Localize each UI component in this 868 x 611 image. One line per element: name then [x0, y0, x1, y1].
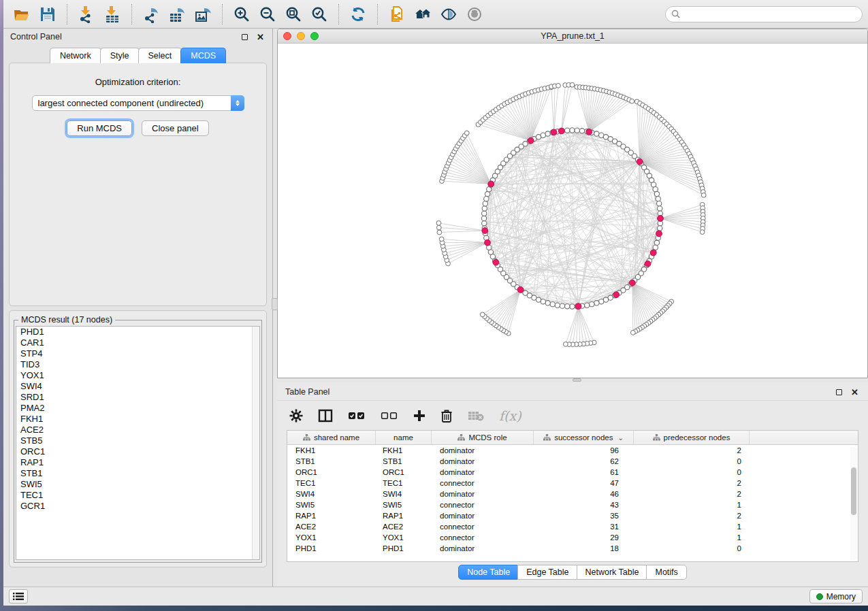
zoom-selected-button[interactable]: [306, 3, 332, 26]
cell-successor_nodes: 35: [534, 510, 634, 521]
table-row[interactable]: ACE2ACE2connector311: [287, 521, 858, 532]
show-details-button[interactable]: [462, 3, 487, 26]
select-all-button[interactable]: [348, 411, 366, 420]
float-panel-button[interactable]: [240, 32, 250, 42]
tab-node-table[interactable]: Node Table: [458, 565, 519, 580]
hide-details-button[interactable]: [436, 3, 462, 26]
optimization-criterion-select[interactable]: largest connected component (undirected): [32, 95, 244, 111]
vertical-splitter-handle[interactable]: [272, 298, 278, 310]
tab-network-table[interactable]: Network Table: [577, 565, 648, 580]
mcds-result-item[interactable]: CAR1: [16, 337, 259, 348]
mcds-result-item[interactable]: ACE2: [16, 425, 259, 435]
column-header-shared_name[interactable]: shared name: [287, 431, 376, 444]
column-header-predecessor_nodes[interactable]: predecessor nodes: [634, 431, 750, 444]
import-table-button[interactable]: [99, 3, 125, 26]
show-all-panels-button[interactable]: [410, 3, 436, 26]
cell-name: SWI4: [376, 489, 432, 499]
mcds-result-item[interactable]: PMA2: [16, 403, 259, 414]
mcds-result-item[interactable]: TEC1: [16, 490, 259, 501]
table-row[interactable]: FKH1FKH1dominator962: [287, 445, 858, 456]
table-scrollbar[interactable]: [850, 447, 857, 560]
delete-table-button: [468, 410, 484, 421]
column-header-mcds_role[interactable]: MCDS role: [432, 431, 534, 444]
list-scrollbar[interactable]: [252, 327, 259, 559]
export-network-button[interactable]: [138, 3, 164, 26]
zoom-fit-button[interactable]: [280, 3, 306, 26]
cell-name: ACE2: [376, 521, 432, 532]
task-history-button[interactable]: [9, 589, 28, 604]
cytoscape-window: Control Panel ✕ Network Style Select MCD…: [3, 0, 868, 606]
tab-mcds[interactable]: MCDS: [180, 48, 226, 63]
table-row[interactable]: PHD1PHD1dominator180: [287, 543, 858, 554]
mcds-result-item[interactable]: SWI4: [16, 381, 259, 392]
network-canvas[interactable]: [278, 44, 867, 378]
tab-select[interactable]: Select: [138, 48, 182, 63]
apply-layout-button[interactable]: [345, 3, 371, 26]
memory-status-icon: [816, 593, 823, 600]
close-panel-button[interactable]: ✕: [255, 32, 266, 42]
cell-predecessor_nodes: 0: [634, 543, 750, 554]
network-window-titlebar: YPA_prune.txt_1: [278, 29, 867, 44]
table-row[interactable]: RAP1RAP1dominator352: [287, 510, 858, 521]
zoom-in-icon: [233, 5, 251, 23]
mcds-result-item[interactable]: SRD1: [16, 392, 259, 403]
save-session-button[interactable]: [35, 3, 61, 26]
column-header-successor_nodes[interactable]: successor nodes⌄: [534, 431, 634, 444]
show-column-button[interactable]: [318, 409, 333, 423]
run-mcds-button[interactable]: Run MCDS: [67, 120, 132, 136]
memory-button[interactable]: Memory: [809, 589, 863, 604]
zoom-out-button[interactable]: [255, 3, 280, 26]
mcds-result-item[interactable]: FKH1: [16, 414, 259, 425]
cell-mcds_role: dominator: [432, 467, 534, 478]
table-row[interactable]: ORC1ORC1dominator610: [287, 467, 858, 478]
network-window-title: YPA_prune.txt_1: [278, 31, 867, 41]
mcds-result-item[interactable]: TID3: [16, 359, 259, 370]
scrollbar-thumb[interactable]: [851, 467, 856, 515]
mcds-result-item[interactable]: YOX1: [16, 370, 259, 381]
search-input[interactable]: [684, 10, 856, 19]
clone-network-button[interactable]: [384, 3, 410, 26]
close-table-panel-button[interactable]: ✕: [850, 387, 860, 397]
cell-name: SWI5: [376, 499, 432, 510]
export-image-icon: [194, 5, 212, 23]
mcds-result-list[interactable]: PHD1CAR1STP4TID3YOX1SWI4SRD1PMA2FKH1ACE2…: [16, 326, 260, 560]
mcds-result-item[interactable]: ORC1: [16, 446, 259, 457]
tab-motifs[interactable]: Motifs: [646, 565, 686, 580]
search-field[interactable]: [665, 6, 863, 22]
mcds-result-item[interactable]: GCR1: [16, 501, 259, 512]
memory-label: Memory: [826, 592, 856, 601]
table-row[interactable]: SWI4SWI4dominator462: [287, 489, 858, 499]
tab-style[interactable]: Style: [100, 48, 140, 63]
deselect-all-button[interactable]: [381, 411, 398, 420]
import-network-button[interactable]: [74, 3, 99, 26]
tab-network[interactable]: Network: [50, 48, 101, 63]
mcds-result-item[interactable]: PHD1: [16, 327, 259, 337]
table-panel: Table Panel ✕: [277, 382, 868, 587]
toolbar-separator: [67, 4, 67, 24]
tab-edge-table[interactable]: Edge Table: [517, 565, 577, 580]
column-header-name[interactable]: name: [376, 431, 432, 444]
horizontal-splitter-handle[interactable]: [573, 378, 581, 382]
create-column-button[interactable]: [413, 410, 425, 422]
column-label: successor nodes: [554, 433, 613, 442]
export-table-button[interactable]: [164, 3, 190, 26]
cell-successor_nodes: 43: [534, 499, 634, 510]
mcds-result-item[interactable]: STB1: [16, 468, 259, 479]
table-row[interactable]: STB1STB1dominator620: [287, 456, 858, 467]
mcds-result-item[interactable]: STP4: [16, 348, 259, 359]
zoom-in-button[interactable]: [229, 3, 255, 26]
close-panel-button[interactable]: Close panel: [142, 120, 209, 136]
open-file-button[interactable]: [9, 3, 35, 26]
table-options-button[interactable]: [289, 409, 303, 423]
hide-details-icon: [440, 5, 457, 23]
mcds-result-item[interactable]: RAP1: [16, 457, 259, 468]
horizontal-splitter[interactable]: [277, 378, 868, 382]
mcds-result-item[interactable]: STB5: [16, 435, 259, 446]
delete-column-button[interactable]: [440, 409, 453, 423]
export-image-button[interactable]: [190, 3, 216, 26]
table-row[interactable]: SWI5SWI5connector431: [287, 499, 858, 510]
table-row[interactable]: TEC1TEC1connector472: [287, 478, 858, 489]
float-table-panel-button[interactable]: [834, 387, 844, 397]
table-row[interactable]: YOX1YOX1connector291: [287, 532, 858, 543]
mcds-result-item[interactable]: SWI5: [16, 479, 259, 490]
